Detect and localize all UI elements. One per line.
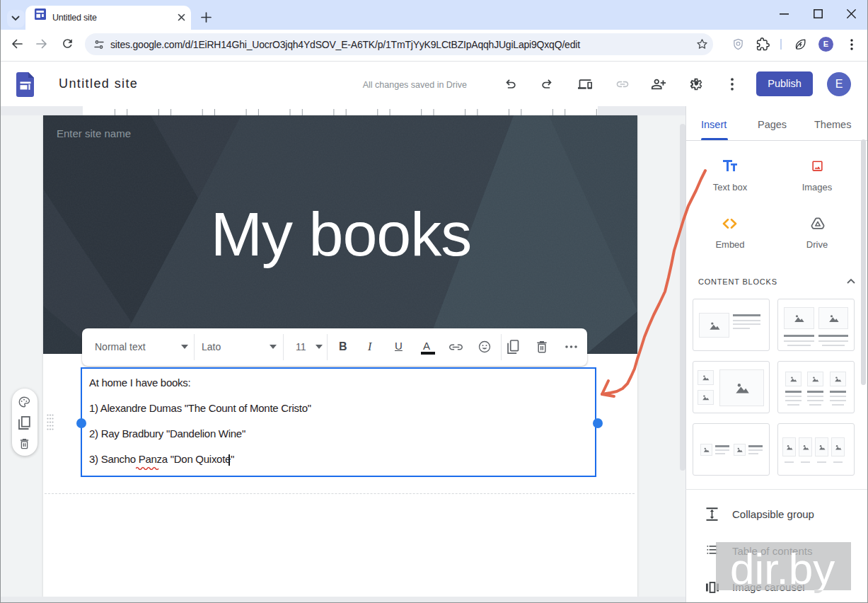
- svg-text:dir.by: dir.by: [730, 544, 835, 593]
- svg-text:My books: My books: [211, 199, 472, 269]
